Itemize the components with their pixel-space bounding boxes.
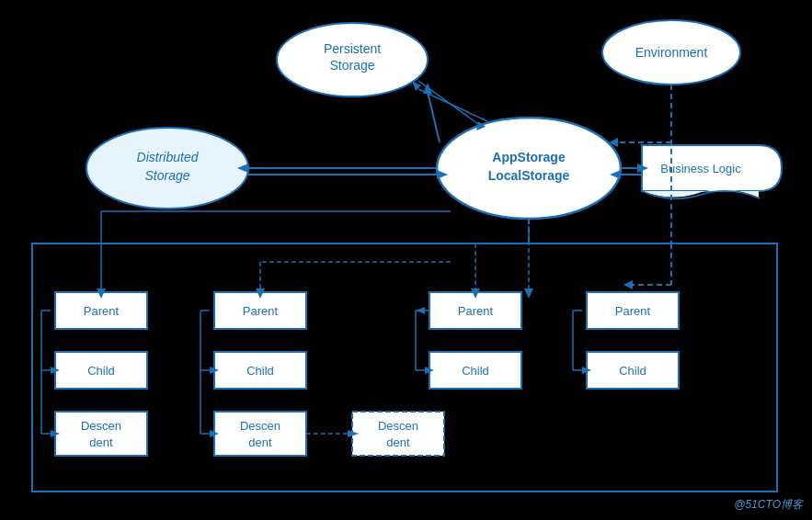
svg-text:Storage: Storage (144, 168, 189, 183)
environment-label: Environment (635, 45, 708, 60)
architecture-diagram: Business Logic Persistent Storage Enviro… (0, 0, 812, 520)
diagram-container: Business Logic Persistent Storage Enviro… (0, 0, 812, 520)
descendent-3-label-2: dent (386, 435, 410, 449)
svg-text:Descen: Descen (378, 419, 418, 433)
svg-text:Persistent: Persistent (324, 41, 381, 56)
watermark: @51CTO博客 (734, 497, 803, 513)
appstorage-label: AppStorage (492, 150, 566, 164)
child-4-label: Child (619, 364, 646, 378)
svg-text:Parent: Parent (84, 304, 120, 318)
descendent-2-label-2: dent (248, 435, 272, 449)
distributed-storage-label-1: Distributed (137, 150, 200, 164)
svg-text:Storage: Storage (329, 58, 374, 73)
svg-text:Descen: Descen (81, 419, 121, 433)
parent-4-label: Parent (615, 304, 651, 318)
child-1-label: Child (87, 364, 115, 378)
svg-text:AppStorage: AppStorage (492, 150, 566, 164)
parent-3-label: Parent (458, 304, 494, 318)
distributed-storage-label-2: Storage (144, 168, 189, 183)
descendent-1-label-1: Descen (81, 419, 121, 433)
svg-text:dent: dent (89, 435, 113, 449)
descendent-1-label-2: dent (89, 435, 113, 449)
svg-text:dent: dent (386, 435, 410, 449)
svg-text:Environment: Environment (635, 45, 708, 60)
svg-text:Child: Child (246, 364, 274, 378)
svg-text:Distributed: Distributed (137, 150, 200, 164)
svg-text:dent: dent (248, 435, 272, 449)
child-2-label: Child (246, 364, 274, 378)
svg-text:Business Logic: Business Logic (660, 162, 741, 175)
persistent-storage-label-2: Storage (329, 58, 374, 73)
parent-2-label: Parent (243, 304, 279, 318)
child-3-label: Child (462, 364, 489, 378)
svg-text:Child: Child (87, 364, 115, 378)
parent-1-label: Parent (84, 304, 120, 318)
persistent-storage-label-1: Persistent (324, 41, 381, 56)
svg-text:Descen: Descen (240, 419, 280, 433)
descendent-3-label-1: Descen (378, 419, 418, 433)
svg-text:LocalStorage: LocalStorage (488, 168, 570, 183)
svg-text:Parent: Parent (615, 304, 651, 318)
svg-text:Parent: Parent (458, 304, 494, 318)
localstorage-label: LocalStorage (488, 168, 570, 183)
svg-text:Child: Child (462, 364, 489, 378)
descendent-2-label-1: Descen (240, 419, 280, 433)
svg-text:Child: Child (619, 364, 646, 378)
business-logic-label: Business Logic (660, 162, 741, 175)
svg-text:Parent: Parent (243, 304, 279, 318)
